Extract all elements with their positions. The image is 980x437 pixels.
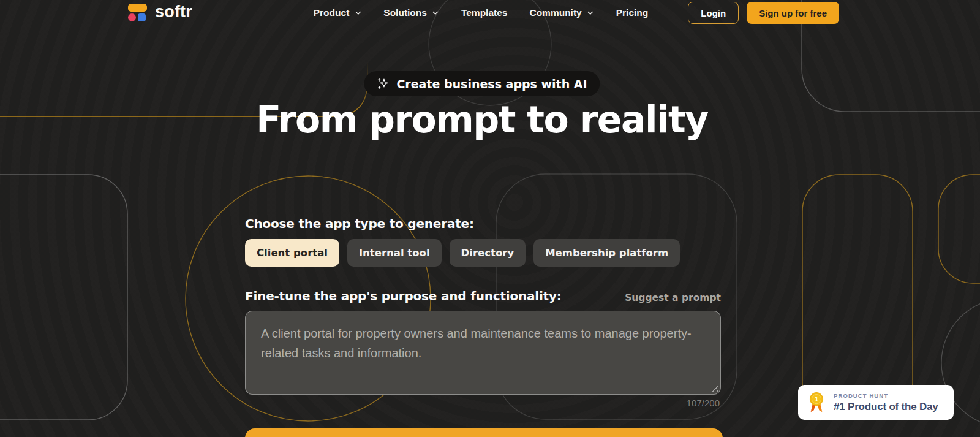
- nav-links: ProductSolutionsTemplatesCommunityPricin…: [314, 0, 649, 26]
- nav-item-label: Pricing: [616, 7, 649, 18]
- decor-gold-rect-right: [802, 175, 913, 420]
- nav-item-pricing[interactable]: Pricing: [616, 7, 649, 18]
- nav-item-solutions[interactable]: Solutions: [383, 7, 439, 18]
- nav-item-label: Templates: [461, 7, 508, 18]
- generate-app-button[interactable]: [245, 428, 723, 437]
- logo[interactable]: softr: [128, 4, 192, 21]
- signup-button[interactable]: Sign up for free: [747, 2, 839, 24]
- product-hunt-texts: PRODUCT HUNT #1 Product of the Day: [834, 392, 938, 413]
- nav-item-templates[interactable]: Templates: [461, 7, 508, 18]
- generator-form: Choose the app type to generate: Client …: [245, 216, 721, 437]
- nav-item-product[interactable]: Product: [314, 7, 362, 18]
- ai-badge-label: Create business apps with AI: [396, 77, 587, 91]
- logo-text: softr: [155, 2, 192, 21]
- decor-gold-rect-farright: [938, 175, 980, 283]
- chevron-down-icon: [354, 9, 361, 17]
- app-type-membership-platform[interactable]: Membership platform: [533, 239, 680, 267]
- suggest-prompt-link[interactable]: Suggest a prompt: [625, 292, 721, 303]
- app-type-internal-tool[interactable]: Internal tool: [347, 239, 442, 267]
- app-type-client-portal[interactable]: Client portal: [245, 239, 339, 267]
- nav-item-label: Product: [314, 7, 350, 18]
- product-hunt-award: #1 Product of the Day: [834, 401, 938, 413]
- product-hunt-badge[interactable]: 1 PRODUCT HUNT #1 Product of the Day: [798, 385, 954, 420]
- navbar: softr ProductSolutionsTemplatesCommunity…: [0, 0, 980, 26]
- login-button[interactable]: Login: [688, 2, 739, 24]
- app-type-label: Choose the app type to generate:: [245, 216, 474, 231]
- prompt-textarea[interactable]: A client portal for property owners and …: [245, 311, 721, 395]
- medal-icon: 1: [806, 391, 827, 414]
- nav-item-label: Solutions: [383, 7, 427, 18]
- nav-actions: Login Sign up for free: [688, 2, 839, 24]
- prompt-label-row: Fine-tune the app's purpose and function…: [245, 289, 721, 303]
- hero-title: From prompt to reality: [256, 98, 708, 141]
- prompt-field-wrap: A client portal for property owners and …: [245, 311, 721, 395]
- medal-number: 1: [815, 395, 818, 403]
- app-type-selector: Client portalInternal toolDirectoryMembe…: [245, 239, 680, 267]
- chevron-down-icon: [587, 9, 594, 17]
- softr-logo-icon: [128, 4, 147, 21]
- ai-badge: Create business apps with AI: [364, 71, 600, 96]
- chevron-down-icon: [432, 9, 439, 17]
- decor-gray-rect-left: [0, 175, 127, 420]
- sparkle-icon: [377, 77, 390, 90]
- nav-item-label: Community: [529, 7, 581, 18]
- char-counter: 107/200: [687, 398, 720, 408]
- nav-item-community[interactable]: Community: [529, 7, 594, 18]
- softr-landing-page: softr ProductSolutionsTemplatesCommunity…: [0, 0, 980, 437]
- product-hunt-brand: PRODUCT HUNT: [834, 392, 938, 399]
- prompt-label: Fine-tune the app's purpose and function…: [245, 289, 562, 303]
- app-type-directory[interactable]: Directory: [450, 239, 526, 267]
